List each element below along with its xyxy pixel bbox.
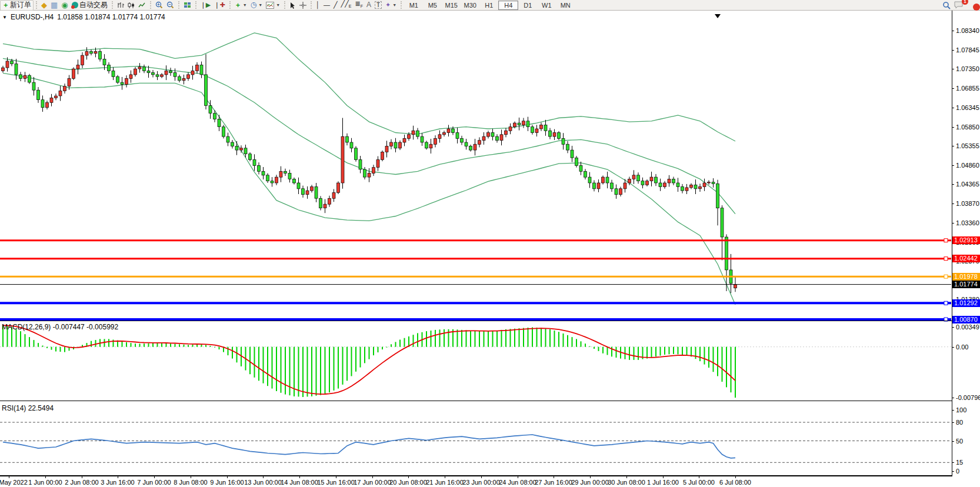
candle-body	[676, 183, 679, 187]
vertical-line-button[interactable]: │	[314, 1, 322, 10]
candle-body	[491, 133, 494, 137]
search-button[interactable]	[941, 1, 952, 10]
axis-tick	[952, 398, 954, 398]
horizontal-line-button[interactable]: —	[322, 1, 332, 10]
chart-bars-button[interactable]	[115, 1, 126, 10]
line-handle[interactable]	[944, 239, 948, 242]
candle-body	[434, 138, 437, 144]
template-button[interactable]: ▼	[264, 1, 282, 10]
macd-histogram-bar	[236, 347, 238, 363]
candle-body	[240, 148, 243, 150]
candle-body	[24, 75, 26, 78]
edge-notification-icon[interactable]	[973, 4, 980, 11]
macd-histogram-bar	[638, 347, 639, 360]
fibonacci-button[interactable]: ≣F	[353, 1, 365, 10]
chart-canvas[interactable]	[0, 0, 952, 487]
macd-histogram-bar	[536, 328, 538, 347]
chart-candles-button[interactable]	[126, 1, 136, 10]
macd-histogram-bar	[325, 347, 326, 394]
timeframe-mn-button[interactable]: MN	[556, 1, 575, 9]
add-indicator-button[interactable]: ＋▼	[233, 1, 249, 10]
candle-body	[368, 174, 371, 178]
text-label-button[interactable]: T	[373, 1, 384, 10]
shapes-button[interactable]: ✦▼	[384, 1, 398, 10]
bollinger-upper-band	[3, 33, 735, 141]
timeframe-d1-button[interactable]: D1	[518, 1, 537, 9]
auto-scroll-button[interactable]: ❘▶	[199, 1, 213, 10]
auto-trading-button[interactable]: 自动交易	[70, 1, 109, 10]
macd-histogram-bar	[722, 347, 723, 382]
candle-body	[205, 75, 208, 106]
candle-body	[138, 67, 141, 69]
candle-body	[346, 136, 349, 142]
channel-button[interactable]: ╱╱E	[339, 1, 354, 10]
candle-body	[293, 179, 296, 183]
timeframe-h1-button[interactable]: H1	[479, 1, 498, 9]
macd-histogram-bar	[38, 343, 39, 347]
candle-body	[664, 183, 666, 187]
tile-windows-button[interactable]	[182, 1, 193, 10]
candle-body	[258, 165, 261, 171]
candle-body	[218, 119, 221, 127]
time-tick	[699, 476, 699, 478]
timeframe-m15-button[interactable]: M15	[442, 1, 461, 9]
price-axis[interactable]: 1.083401.078451.073501.068551.063451.058…	[952, 11, 980, 476]
time-tick	[518, 476, 518, 478]
macd-rsi-separator[interactable]	[0, 401, 952, 401]
line-handle[interactable]	[944, 257, 948, 261]
crosshair-button[interactable]	[298, 1, 308, 10]
macd-histogram-bar	[549, 329, 551, 347]
macd-histogram-bar	[492, 331, 494, 347]
chart-shift-button[interactable]: ❘✚	[212, 1, 226, 10]
macd-histogram-bar	[311, 347, 312, 396]
bollinger-middle-band	[3, 58, 735, 214]
candle-body	[50, 98, 53, 102]
zoom-out-button[interactable]	[165, 1, 176, 10]
axis-tick	[952, 462, 954, 463]
text-button[interactable]: A	[365, 1, 373, 10]
macd-histogram-bar	[108, 339, 109, 346]
cursor-button[interactable]	[288, 1, 298, 10]
macd-histogram-bar	[598, 347, 599, 351]
candle-body	[429, 144, 432, 148]
data-window-button[interactable]: ▦	[49, 1, 59, 10]
signals-button[interactable]: ◉	[59, 1, 69, 10]
macd-histogram-bar	[554, 331, 555, 347]
notifications-button[interactable]: 1	[952, 1, 965, 10]
period-menu-button[interactable]: ◷▼	[249, 1, 264, 10]
candle-body	[15, 64, 18, 75]
candle-body	[2, 68, 5, 71]
candle-body	[584, 171, 587, 177]
time-tick	[118, 476, 118, 478]
axis-tick	[952, 422, 954, 423]
timeframe-h4-button[interactable]: H4	[498, 1, 518, 10]
chart-menu-arrow-icon[interactable]: ▼	[2, 15, 7, 20]
macd-histogram-bar	[664, 347, 665, 355]
time-axis[interactable]: 30 May 20221 Jun 00:002 Jun 08:003 Jun 1…	[0, 476, 952, 487]
chart-shift-marker-icon[interactable]	[715, 14, 721, 18]
time-tick	[299, 476, 300, 478]
timeframe-m5-button[interactable]: M5	[423, 1, 442, 9]
candle-body	[112, 71, 115, 76]
candle-body	[505, 131, 508, 135]
timeframe-m30-button[interactable]: M30	[461, 1, 479, 9]
main-macd-separator[interactable]	[0, 321, 952, 321]
line-handle[interactable]	[944, 301, 948, 305]
zoom-in-button[interactable]	[154, 1, 165, 10]
axis-tick	[952, 146, 954, 146]
time-tick	[554, 476, 554, 478]
line-handle[interactable]	[944, 275, 948, 278]
chevron-down-icon: ▼	[392, 3, 396, 7]
candle-body	[403, 138, 406, 142]
market-watch-button[interactable]: ◆	[39, 1, 49, 10]
trendline-button[interactable]: ╱	[332, 1, 339, 10]
timeframe-w1-button[interactable]: W1	[537, 1, 556, 9]
time-label: 29 Jun 00:00	[571, 479, 609, 486]
time-label: 20 Jun 08:00	[389, 479, 427, 486]
time-label: 1 Jun 00:00	[28, 479, 62, 486]
candle-body	[615, 189, 618, 195]
time-tick	[408, 476, 409, 478]
timeframe-m1-button[interactable]: M1	[404, 1, 423, 9]
new-order-button[interactable]: ＋ 新订单	[0, 0, 34, 11]
chart-line-button[interactable]	[136, 1, 148, 10]
